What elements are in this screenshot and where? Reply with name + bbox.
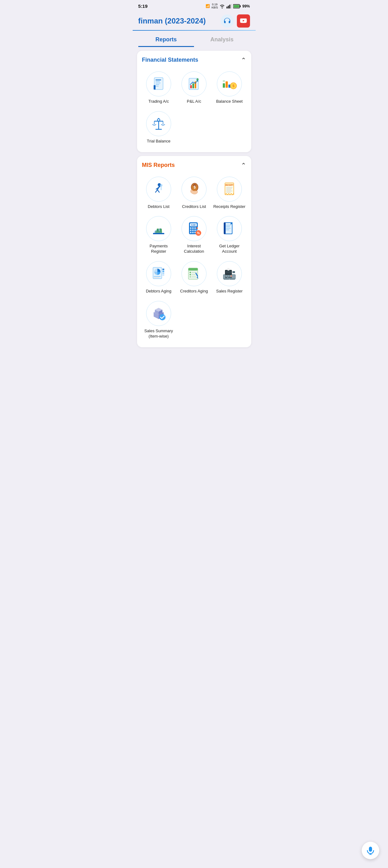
svg-rect-93: [190, 276, 191, 277]
creditors-list-label: Creditors List: [182, 204, 206, 210]
svg-rect-10: [156, 83, 161, 83]
trading-ac-label: Trading A/c: [148, 99, 169, 104]
financial-statements-title: Financial Statements: [142, 57, 198, 63]
sales-register-icon: [221, 266, 237, 282]
creditors-aging-label: Creditors Aging: [180, 289, 208, 294]
svg-rect-12: [156, 86, 159, 86]
ledger-account-icon-circle: [217, 216, 242, 241]
status-time: 5:19: [138, 3, 148, 9]
svg-rect-25: [223, 80, 225, 82]
svg-rect-98: [224, 275, 235, 279]
svg-rect-84: [162, 271, 164, 272]
svg-rect-63: [194, 229, 196, 231]
header: finman (2023-2024): [133, 11, 256, 30]
svg-rect-3: [231, 4, 232, 8]
app-title: finman (2023-2024): [138, 17, 206, 25]
svg-rect-86: [162, 274, 164, 276]
svg-rect-91: [190, 274, 191, 275]
svg-text:$: $: [194, 185, 196, 189]
svg-rect-74: [226, 225, 231, 225]
interest-calc-icon: 0.00 %: [186, 220, 202, 237]
svg-rect-57: [190, 227, 192, 229]
svg-rect-66: [192, 232, 194, 233]
pnl-ac-icon: [186, 76, 202, 92]
interest-calc-item[interactable]: 0.00 %: [177, 214, 211, 256]
tabs: Reports Analysis: [133, 32, 256, 47]
creditors-list-item[interactable]: $ Creditors List: [177, 175, 211, 211]
svg-rect-82: [154, 277, 159, 278]
trial-balance-item[interactable]: Trial Balance: [142, 109, 175, 146]
payments-register-item[interactable]: $ Payments Register: [142, 214, 175, 256]
debtors-list-item[interactable]: Debtors List: [142, 175, 175, 211]
sales-summary-item[interactable]: Sales Summary (Item-wise): [142, 299, 175, 341]
signal-icon: [227, 4, 231, 8]
mis-reports-title: MIS Reports: [142, 162, 175, 168]
debtors-list-icon-circle: [146, 177, 171, 202]
svg-line-35: [158, 187, 160, 188]
svg-rect-108: [228, 277, 232, 278]
svg-rect-21: [226, 82, 228, 88]
financial-statements-grid: Trading A/c P&L A/c: [142, 69, 246, 146]
status-bar: 5:19 📶 0.19KB/S 99%: [133, 0, 256, 11]
svg-rect-59: [194, 227, 196, 229]
balance-sheet-item[interactable]: $ Balance Sheet: [213, 69, 246, 106]
sales-register-icon-circle: [217, 261, 242, 286]
mis-reports-chevron[interactable]: ⌃: [241, 162, 246, 169]
tab-reports[interactable]: Reports: [138, 32, 194, 47]
trading-ac-item[interactable]: Trading A/c: [142, 69, 175, 106]
svg-rect-89: [190, 272, 191, 273]
creditors-aging-item[interactable]: Creditors Aging: [177, 259, 211, 296]
svg-rect-6: [234, 5, 239, 7]
youtube-button[interactable]: [237, 14, 250, 28]
svg-rect-7: [154, 78, 163, 90]
svg-point-29: [157, 119, 160, 121]
svg-rect-103: [225, 276, 226, 277]
app-name: finman: [138, 17, 165, 25]
header-actions: [221, 14, 250, 28]
tab-analysis[interactable]: Analysis: [194, 32, 250, 47]
receipts-register-label: Receipts Register: [214, 204, 246, 210]
mis-reports-header: MIS Reports ⌃: [142, 162, 246, 169]
svg-rect-58: [192, 227, 194, 229]
svg-line-36: [156, 190, 157, 192]
svg-rect-2: [229, 5, 230, 8]
svg-text:$: $: [232, 84, 234, 88]
svg-rect-11: [156, 84, 159, 85]
creditors-aging-icon-circle: [182, 261, 206, 286]
sales-summary-icon: [151, 305, 167, 321]
svg-rect-77: [226, 229, 229, 230]
svg-text:%: %: [197, 231, 200, 235]
receipts-register-item[interactable]: RECEIPT Receipts Register: [213, 175, 246, 211]
svg-rect-62: [192, 229, 194, 231]
ledger-account-item[interactable]: Get Ledger Account: [213, 214, 246, 256]
sales-register-item[interactable]: Sales Register: [213, 259, 246, 296]
ledger-account-icon: [221, 220, 237, 237]
mis-reports-card: MIS Reports ⌃: [137, 156, 251, 347]
svg-rect-15: [190, 85, 192, 88]
payments-register-label: Payments Register: [143, 244, 175, 254]
battery-percent: 99%: [242, 4, 250, 8]
financial-statements-header: Financial Statements ⌃: [142, 56, 246, 64]
svg-rect-104: [227, 276, 228, 277]
trial-balance-icon: [151, 116, 167, 132]
payments-register-icon-circle: $: [146, 216, 171, 241]
svg-line-37: [157, 190, 159, 192]
svg-rect-75: [226, 226, 230, 227]
financial-statements-chevron[interactable]: ⌃: [241, 56, 246, 64]
battery-icon: [233, 4, 240, 8]
svg-rect-5: [240, 5, 241, 7]
svg-rect-65: [190, 232, 192, 233]
support-button[interactable]: [221, 14, 234, 28]
pnl-ac-item[interactable]: P&L A/c: [177, 69, 211, 106]
app-year: (2023-2024): [165, 17, 206, 25]
youtube-icon: [240, 19, 247, 24]
debtors-aging-item[interactable]: Debtors Aging: [142, 259, 175, 296]
debtors-aging-icon: [151, 266, 167, 282]
svg-rect-73: [224, 222, 226, 234]
mis-reports-grid: Debtors List $ Creditors List: [142, 175, 246, 341]
svg-rect-90: [192, 272, 196, 273]
svg-rect-101: [232, 271, 235, 273]
ledger-account-label: Get Ledger Account: [214, 244, 246, 254]
wifi-icon: [219, 4, 225, 8]
svg-rect-8: [156, 80, 161, 81]
